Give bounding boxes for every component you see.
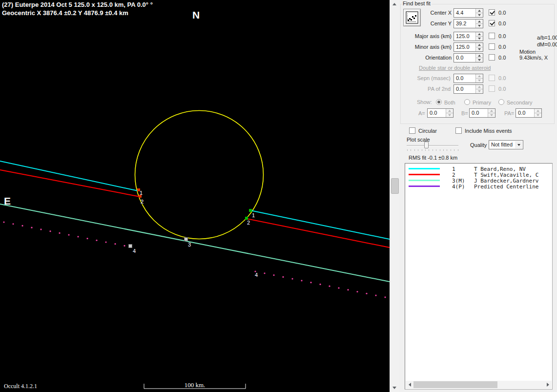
occultation-plot[interactable]: (27) Euterpe 2014 Oct 5 125.0 x 125.0 km… [0, 0, 390, 392]
b-equals-spinner[interactable] [488, 109, 495, 117]
pa-of-2nd-input[interactable]: 0.0 [454, 84, 483, 94]
pa-equals-value: 0.0 [518, 110, 525, 116]
centerline-dot [338, 287, 339, 289]
show-secondary-radio[interactable] [498, 99, 504, 105]
a-equals-label: A= [418, 110, 425, 116]
dm-readout: dM=0.00 [537, 41, 557, 47]
sepn-sigma: 0.0 [498, 75, 506, 81]
pa-of-2nd-label: PA of 2nd [399, 86, 451, 92]
center-y-spinner[interactable] [475, 20, 483, 28]
center-x-sigma: 0.0 [498, 10, 506, 16]
centerline-marker [129, 245, 132, 248]
pa-of-2nd-spinner[interactable] [475, 85, 483, 93]
show-both-radio[interactable] [436, 99, 442, 105]
minor-axis-input[interactable]: 125.0 [454, 42, 483, 52]
chord-line-3 [0, 204, 390, 282]
b-equals-label: B= [461, 110, 468, 116]
motion-label: Motion [519, 49, 536, 55]
legend-scrollbar-thumb[interactable] [413, 381, 497, 388]
vertical-scrollbar-thumb[interactable] [391, 178, 399, 194]
center-x-fit-checkbox[interactable] [489, 9, 495, 16]
main-vertical-scrollbar[interactable] [390, 0, 399, 392]
minor-axis-fit-checkbox[interactable] [489, 43, 495, 50]
center-y-input[interactable]: 39.2 [454, 19, 483, 28]
center-x-value: 4.4 [456, 10, 463, 16]
major-axis-value: 125.0 [456, 33, 470, 39]
scroll-down-button[interactable] [390, 384, 399, 392]
centerline-dot [301, 280, 302, 281]
occultation-plot-canvas[interactable]: (27) Euterpe 2014 Oct 5 125.0 x 125.0 km… [0, 0, 390, 392]
major-axis-input[interactable]: 125.0 [454, 32, 483, 41]
major-axis-spinner[interactable] [475, 32, 483, 41]
quality-dropdown[interactable]: Not fitted [489, 140, 523, 149]
orientation-input[interactable]: 0.0 [454, 53, 483, 62]
centerline-dot [264, 272, 265, 274]
include-miss-checkbox[interactable] [455, 127, 462, 134]
centerline-dot [68, 234, 69, 235]
centerline-dot [59, 232, 60, 234]
a-equals-spinner[interactable] [446, 109, 453, 117]
legend-num: 4(P) [452, 184, 465, 190]
sepn-input[interactable]: 0.0 [454, 74, 483, 83]
show-primary-radio[interactable] [464, 99, 470, 105]
centerline-dot [21, 225, 23, 227]
b-equals-input[interactable]: 0.0 [469, 108, 495, 118]
plot-scale-slider-track[interactable] [407, 145, 458, 146]
quality-label: Quality [470, 142, 487, 148]
centerline-dot [375, 294, 376, 296]
chord-4-swatch [409, 186, 440, 187]
orientation-fit-checkbox[interactable] [489, 54, 495, 61]
center-x-input[interactable]: 4.4 [454, 8, 483, 18]
major-axis-fit-checkbox[interactable] [489, 33, 495, 39]
centerline-dot [347, 289, 349, 290]
center-y-fit-checkbox[interactable] [489, 20, 495, 26]
orientation-spinner[interactable] [475, 54, 483, 62]
quality-value: Not fitted [491, 142, 513, 147]
centerline-dot [31, 227, 32, 228]
show-label: Show: [417, 99, 432, 105]
pa-equals-spinner[interactable] [534, 109, 541, 117]
sepn-spinner[interactable] [475, 74, 483, 83]
minor-axis-label: Minor axis (km) [399, 44, 452, 50]
centerline-dot [366, 293, 367, 294]
sepn-fit-checkbox[interactable] [489, 75, 495, 81]
chord-2-swatch [409, 174, 440, 175]
legend-scroll-left-button[interactable] [406, 381, 413, 389]
center-y-label: Center Y [399, 21, 452, 26]
find-best-fit-caption: Find best fit [402, 0, 432, 6]
circular-checkbox[interactable] [409, 127, 415, 134]
legend-item[interactable]: 4(P) Predicted Centerline [405, 184, 552, 189]
station-legend-list[interactable]: 1 T Beard,Reno, NV 2 T Swift,Vacaville, … [405, 163, 553, 390]
major-axis-label: Major axis (km) [399, 33, 452, 39]
plot-scale-slider-thumb[interactable] [424, 142, 429, 148]
centerline-dot [273, 274, 274, 276]
legend-item[interactable]: 1 T Beard,Reno, NV [405, 166, 552, 172]
pa-of-2nd-fit-checkbox[interactable] [489, 85, 495, 92]
centerline-dot [40, 228, 41, 230]
pa-equals-input[interactable]: 0.0 [516, 108, 542, 118]
legend-item[interactable]: 2 T Swift,Vacaville, C [405, 172, 552, 178]
minor-axis-sigma: 0.0 [498, 44, 506, 50]
centerline-label: 4 [255, 272, 258, 278]
chord-1-event-marker [249, 209, 252, 212]
centerline-dot [356, 291, 358, 292]
asteroid-outline-circle [135, 111, 264, 239]
centerline-dot [329, 286, 330, 287]
dropdown-arrow-icon [515, 141, 522, 148]
legend-scroll-right-button[interactable] [544, 381, 552, 389]
legend-horizontal-scrollbar[interactable] [406, 381, 552, 389]
legend-item[interactable]: 3(M) J Bardecker,Gardnerv [405, 178, 552, 184]
orientation-label: Orientation [399, 55, 452, 61]
minor-axis-spinner[interactable] [475, 43, 483, 51]
chord-line-2 [0, 170, 140, 197]
chord-line-1 [250, 210, 390, 239]
down-arrow-icon [392, 387, 396, 389]
centerline-dot [124, 245, 125, 247]
scroll-up-button[interactable] [390, 0, 399, 8]
minor-axis-value: 125.0 [456, 44, 470, 50]
pa-equals-label: PA= [504, 110, 514, 116]
centerline-dot [291, 278, 293, 279]
center-x-spinner[interactable] [475, 9, 483, 17]
a-equals-input[interactable]: 0.0 [427, 108, 454, 118]
plot-title-line1: (27) Euterpe 2014 Oct 5 125.0 x 125.0 km… [2, 1, 153, 8]
